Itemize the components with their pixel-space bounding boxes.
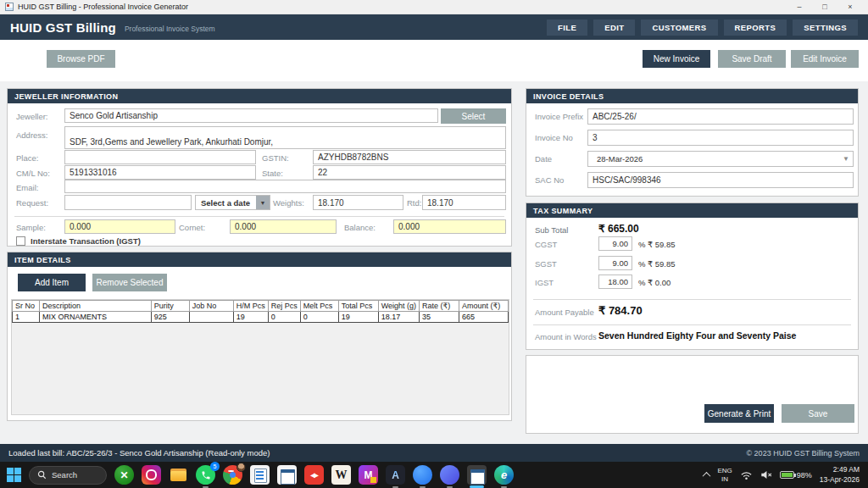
igst-rate-input[interactable] <box>598 274 632 289</box>
sgst-label: SGST <box>535 259 557 269</box>
items-table-row[interactable]: 1 MIX ORNAMENTS 925 19 0 0 19 18.17 35 6… <box>13 312 509 323</box>
cornet-input[interactable] <box>230 219 337 234</box>
dropdown-arrow-icon[interactable]: ▼ <box>256 196 270 209</box>
col-purity[interactable]: Purity <box>151 301 189 312</box>
sub-total-label: Sub Total <box>535 225 568 235</box>
weights-label: Weights: <box>273 198 304 208</box>
close-button[interactable]: × <box>837 0 863 14</box>
cgst-rate-input[interactable] <box>598 236 632 251</box>
amount-payable-label: Amount Payable <box>535 308 594 317</box>
save-button[interactable]: Save <box>782 404 854 423</box>
menu-file[interactable]: FILE <box>547 19 587 36</box>
request-input[interactable] <box>64 195 192 210</box>
sac-no-label: SAC No <box>535 175 564 185</box>
edge-icon[interactable]: e <box>494 465 514 485</box>
whatsapp-icon[interactable]: 5 <box>196 465 215 485</box>
col-total-pcs[interactable]: Total Pcs <box>338 301 378 312</box>
search-box[interactable]: Search <box>29 466 107 485</box>
whatsapp-badge: 5 <box>210 462 220 471</box>
place-input[interactable] <box>64 150 256 164</box>
col-rate[interactable]: Rate (₹) <box>420 301 459 312</box>
col-weight[interactable]: Weight (g) <box>378 301 419 312</box>
col-sr-no[interactable]: Sr No <box>13 301 40 312</box>
menu-reports[interactable]: REPORTS <box>724 19 787 36</box>
clock[interactable]: 2:49 AM 13-Apr-2026 <box>820 465 860 484</box>
checkbox-box-icon[interactable] <box>16 236 25 246</box>
save-draft-button[interactable]: Save Draft <box>718 50 786 68</box>
col-hm-pcs[interactable]: H/M Pcs <box>233 301 268 312</box>
cell-sr-no: 1 <box>13 312 40 323</box>
state-input[interactable] <box>313 165 506 180</box>
gstin-input[interactable] <box>313 150 506 164</box>
cgst-amount: % ₹ 59.85 <box>638 240 676 249</box>
state-label: State: <box>262 169 283 178</box>
request-date-picker[interactable]: Select a date ▼ <box>195 195 270 210</box>
new-invoice-button[interactable]: New Invoice <box>643 50 710 68</box>
jeweller-label: Jeweller: <box>16 112 48 121</box>
menu-edit[interactable]: EDIT <box>593 19 635 36</box>
language-indicator[interactable]: ENG IN <box>717 467 732 483</box>
cornet-label: Cornet: <box>179 223 205 232</box>
balance-label: Balance: <box>344 223 376 232</box>
igst-checkbox[interactable]: Interstate Transaction (IGST) <box>16 236 141 246</box>
document-app-icon[interactable] <box>250 465 270 485</box>
a-app-icon[interactable]: A <box>386 465 405 485</box>
divider <box>533 299 851 300</box>
blue-app-icon[interactable] <box>413 465 432 485</box>
address-input[interactable]: SDF, 3rd,Gems and Jewellery Park, Ankurh… <box>64 126 506 149</box>
cml-no-input[interactable] <box>64 165 256 180</box>
sgst-rate-input[interactable] <box>598 256 632 270</box>
maximize-button[interactable]: □ <box>812 0 837 14</box>
invoice-date-label: Date <box>535 154 552 164</box>
cgst-label: CGST <box>535 240 557 249</box>
col-melt-pcs[interactable]: Melt Pcs <box>300 301 338 312</box>
m-app-icon[interactable]: M <box>359 465 378 485</box>
volume-muted-icon[interactable] <box>760 470 772 480</box>
rtd-input[interactable] <box>422 195 506 210</box>
generate-print-button[interactable]: Generate & Print <box>704 404 774 423</box>
w-writer-app-icon[interactable]: W <box>331 465 351 485</box>
wifi-icon[interactable] <box>740 470 753 480</box>
menu-customers[interactable]: CUSTOMERS <box>641 19 717 36</box>
jeweller-input[interactable] <box>64 108 438 123</box>
file-explorer-icon[interactable] <box>169 465 188 485</box>
balance-input[interactable] <box>393 219 506 234</box>
browse-pdf-button[interactable]: Browse PDF <box>47 50 115 68</box>
col-description[interactable]: Description <box>39 301 151 312</box>
dropdown-arrow-icon[interactable]: ▼ <box>839 152 853 166</box>
winforms-app-icon[interactable] <box>277 465 297 485</box>
col-rej-pcs[interactable]: Rej Pcs <box>268 301 300 312</box>
cell-total-pcs: 19 <box>338 312 378 323</box>
tray-chevron-icon[interactable] <box>703 472 711 480</box>
blue-app-icon-2[interactable] <box>440 465 459 485</box>
instagram-icon[interactable] <box>142 465 161 485</box>
start-button[interactable] <box>7 468 21 482</box>
red-arrows-app-icon[interactable]: ◂▸ <box>304 465 324 485</box>
system-tray: ENG IN 98% 2:49 AM 13-Apr-2026 <box>704 465 860 484</box>
select-jeweller-button[interactable]: Select <box>441 108 506 124</box>
col-job-no[interactable]: Job No <box>189 301 233 312</box>
weights-input[interactable] <box>313 195 403 210</box>
xbox-icon[interactable]: ✕ <box>114 465 134 485</box>
cml-no-label: CM/L No: <box>16 169 50 178</box>
invoice-date-picker[interactable]: 28-Mar-2026 ▼ <box>587 151 854 167</box>
tax-summary-panel: TAX SUMMARY Sub Total ₹ 665.00 CGST % ₹ … <box>526 202 859 350</box>
place-label: Place: <box>16 153 38 163</box>
chrome-icon[interactable] <box>223 465 242 485</box>
sample-input[interactable] <box>64 219 175 234</box>
minimize-button[interactable]: – <box>787 0 812 14</box>
col-amount[interactable]: Amount (₹) <box>459 301 508 312</box>
edit-invoice-button[interactable]: Edit Invoice <box>791 50 859 68</box>
invoice-no-input[interactable] <box>587 130 854 146</box>
huid-app-taskbar-icon[interactable] <box>467 465 487 485</box>
remove-selected-button[interactable]: Remove Selected <box>92 274 167 291</box>
invoice-prefix-label: Invoice Prefix <box>535 112 583 121</box>
email-input[interactable] <box>64 180 506 193</box>
item-details-panel-title: ITEM DETAILS <box>8 252 511 267</box>
invoice-prefix-input[interactable] <box>587 108 854 125</box>
battery-indicator[interactable]: 98% <box>780 471 812 480</box>
add-item-button[interactable]: Add Item <box>18 274 86 291</box>
copyright-text: © 2023 HUID GST Billing System <box>746 449 860 458</box>
sac-no-input[interactable] <box>587 172 854 188</box>
menu-settings[interactable]: SETTINGS <box>793 19 858 36</box>
